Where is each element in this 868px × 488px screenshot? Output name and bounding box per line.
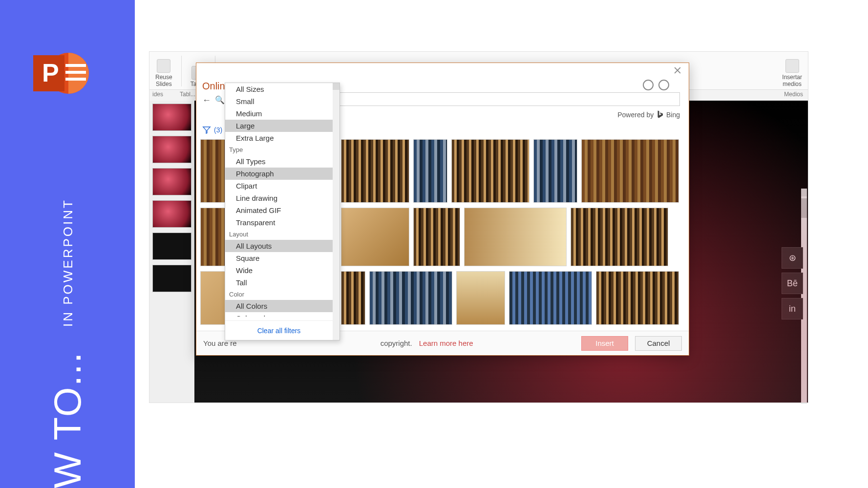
svg-text:P: P [42,59,59,87]
smile-icon[interactable] [643,80,654,90]
filter-count: (3) [214,126,222,134]
result-image[interactable] [581,139,679,203]
filter-indicator[interactable]: (3) [202,126,222,134]
media-icon [785,59,799,73]
result-image[interactable] [451,139,529,203]
slide-thumbnail[interactable] [152,136,191,163]
scroll-up-icon[interactable] [333,83,339,90]
filter-header-layout: Layout [225,229,333,240]
funnel-icon [202,126,211,134]
slide-thumbnail[interactable] [152,168,191,195]
canvas-overlay-icons: ⊛ Bē in [782,247,803,319]
frown-icon[interactable] [658,80,669,90]
filter-header-type: Type [225,144,333,155]
close-button[interactable] [674,67,683,76]
slide-thumbnail[interactable] [152,200,191,228]
result-image[interactable] [456,271,505,325]
powerpoint-logo-icon: P [30,46,89,102]
insert-button[interactable]: Insert [581,336,628,351]
cancel-button[interactable]: Cancel [635,336,682,351]
clear-filters-link[interactable]: Clear all filters [225,320,333,340]
filter-layout-square[interactable]: Square [225,252,333,264]
filter-type-gif[interactable]: Animated GIF [225,204,333,216]
result-image[interactable] [413,139,447,203]
filter-type-photograph[interactable]: Photograph [225,168,333,180]
how-to-title: HOW TO... [48,352,86,488]
online-pictures-dialog: Online ← 🔍 Powered by Bing (3) [196,63,689,356]
filter-size-all[interactable]: All Sizes [225,83,333,95]
svg-rect-5 [65,78,86,81]
filter-size-small[interactable]: Small [225,95,333,107]
ribbon-insertar-medios[interactable]: Insertar medios [779,58,805,88]
result-image[interactable] [341,139,409,203]
footer-text-mid: copyright. [381,339,412,347]
learn-more-link[interactable]: Learn more here [419,339,473,347]
filter-type-clipart[interactable]: Clipart [225,180,333,192]
ribbon-section-slides: ides [152,91,163,98]
svg-rect-4 [65,71,86,74]
back-button[interactable]: ← [202,95,211,106]
reuse-slides-icon [157,59,170,73]
tutorial-left-panel: P HOW TO... IN POWERPOINT [0,0,135,488]
result-image[interactable] [464,208,567,266]
scroll-up-icon[interactable] [801,189,807,196]
result-image[interactable] [413,208,460,266]
linkedin-icon[interactable]: in [782,298,803,319]
filter-type-linedrawing[interactable]: Line drawing [225,192,333,204]
filter-scrollbar[interactable] [333,83,339,340]
result-image[interactable] [533,139,577,203]
bing-icon [656,110,664,119]
slide-thumbnails[interactable] [149,101,194,403]
filter-dropdown: All Sizes Small Medium Large Extra Large… [225,83,340,340]
ribbon-separator [181,56,182,86]
filter-layout-wide[interactable]: Wide [225,264,333,276]
powered-by: Powered by Bing [617,110,680,119]
slide-thumbnail[interactable] [152,104,191,131]
filter-color-all[interactable]: All Colors [225,300,333,312]
feedback-faces [643,80,669,90]
insertar-medios-label: Insertar medios [782,74,802,87]
result-image[interactable] [341,271,365,325]
dribbble-icon[interactable]: ⊛ [782,247,803,269]
ribbon-section-table: Tabl... [180,91,195,98]
filter-size-xlarge[interactable]: Extra Large [225,132,333,144]
search-icon[interactable]: 🔍 [215,95,225,105]
behance-icon[interactable]: Bē [782,273,803,294]
filter-type-transparent[interactable]: Transparent [225,216,333,229]
bing-label: Bing [666,111,680,119]
slide-thumbnail[interactable] [152,265,191,292]
scroll-thumb[interactable] [801,198,807,218]
editor-scrollbar[interactable] [801,189,807,403]
svg-rect-3 [65,64,86,67]
powerpoint-window: Reuse Slides Tabl... Online Pictures Ins… [149,51,808,403]
result-image[interactable] [369,271,452,325]
slide-thumbnail[interactable] [152,233,191,260]
filter-list: All Sizes Small Medium Large Extra Large… [225,83,333,317]
filter-size-large[interactable]: Large [225,120,333,132]
result-image[interactable] [509,271,592,325]
how-to-subtitle: IN POWERPOINT [61,198,76,327]
ribbon-section-medios: Medios [784,91,803,98]
filter-layout-all[interactable]: All Layouts [225,240,333,252]
result-image[interactable] [571,208,668,266]
ribbon-reuse-slides[interactable]: Reuse Slides [152,58,175,88]
result-image[interactable] [596,271,679,325]
filter-color-only[interactable]: Color only [225,312,333,317]
filter-header-color: Color [225,289,333,300]
reuse-slides-label: Reuse Slides [155,74,172,87]
powered-by-label: Powered by [617,111,654,119]
result-image[interactable] [341,208,409,266]
filter-size-medium[interactable]: Medium [225,107,333,120]
filter-type-all[interactable]: All Types [225,155,333,168]
filter-layout-tall[interactable]: Tall [225,276,333,289]
